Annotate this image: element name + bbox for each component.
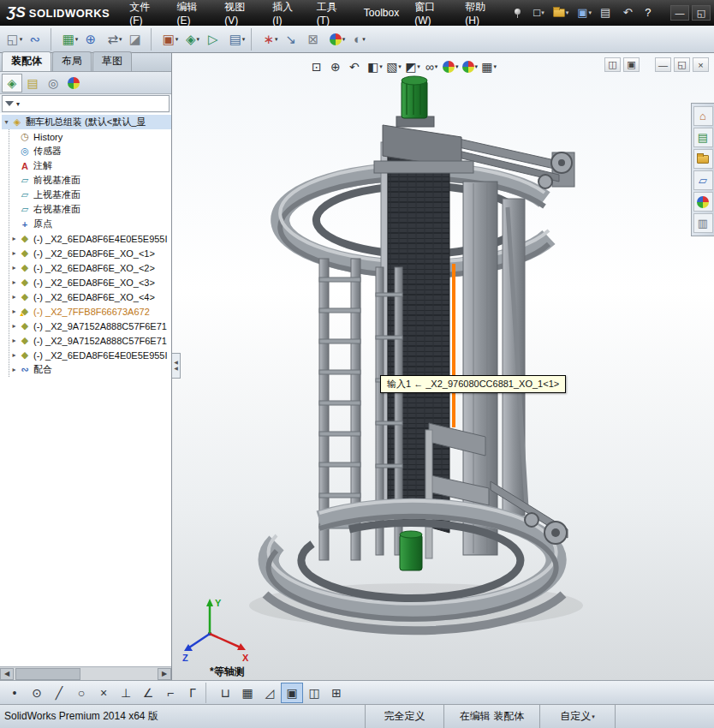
minimize-button[interactable]: —	[670, 5, 689, 21]
panel-collapse-handle[interactable]: ◀◀	[172, 353, 181, 379]
tree-item[interactable]: ▸ 原点	[9, 217, 171, 231]
tree-root-item[interactable]: ▾ 翻车机总组装 (默认<默认_显	[2, 115, 171, 129]
custom-status-dropdown[interactable]: 自定义 ▾	[539, 705, 615, 728]
linear-sketch-pattern-icon[interactable]: ▦	[236, 683, 259, 703]
edit-appearance-icon[interactable]: ▾	[441, 57, 461, 77]
separator[interactable]: ▾	[51, 28, 57, 51]
menu-file[interactable]: 文件(F)	[122, 0, 169, 26]
section-view-icon[interactable]: ◧ ▾	[366, 57, 384, 77]
expander-icon[interactable]: ▸	[9, 337, 19, 344]
tree-item[interactable]: ▸ 上视基准面	[9, 188, 171, 202]
menu-window[interactable]: 窗口(W)	[407, 0, 457, 26]
tab-sketch[interactable]: 草图	[92, 51, 132, 71]
tree-item[interactable]: ▸ (-) _X2_9A7152A888C57F6E71	[9, 319, 171, 333]
expander-icon[interactable]: ▸	[9, 293, 19, 301]
tree-item[interactable]: ▸ (-) _X2_7FFB8F66673A672	[9, 304, 171, 319]
menu-tools[interactable]: 工具(T)	[309, 0, 356, 26]
show-hidden-components-icon[interactable]: ◪ ▾	[126, 28, 148, 51]
tile-window-icon[interactable]: ◫	[604, 57, 621, 72]
restore-window-icon[interactable]: ◱	[674, 57, 690, 72]
select-icon[interactable]: •	[3, 683, 26, 703]
configurationmanager-tab-icon[interactable]: ◎	[43, 74, 63, 92]
displaymanager-tab-icon[interactable]	[63, 74, 84, 92]
apply-scene-icon[interactable]: ▾	[461, 57, 480, 77]
view-orientation-icon[interactable]: ▧ ▾	[384, 57, 403, 77]
menu-insert[interactable]: 插入(I)	[265, 0, 308, 26]
tree-item[interactable]: ▸ (-) _X2_6EDA8F6E_XO_<3>	[9, 275, 171, 289]
edit-appearance-icon[interactable]: ▾	[326, 28, 348, 51]
ellipse-tool-icon[interactable]: ○	[70, 683, 92, 703]
bill-of-materials-icon[interactable]: ▤ ▾	[226, 28, 248, 51]
tree-item[interactable]: ▸ 注解	[9, 158, 171, 173]
appearances-icon[interactable]	[693, 192, 713, 212]
tree-item[interactable]: ▸ (-) _X2_6EDA8F6E4E0E5E955I	[9, 348, 171, 362]
expander-icon[interactable]: ▾	[2, 118, 11, 126]
line-tool-icon[interactable]: ╱	[48, 683, 70, 703]
exploded-view-icon[interactable]: ∗ ▾	[259, 28, 282, 51]
design-library-icon[interactable]: ▤	[693, 128, 713, 147]
tree-item[interactable]: ▸ (-) _X2_6EDA8F6E_XO_<4>	[9, 289, 171, 304]
tree-item[interactable]: ▸ 前视基准面	[9, 173, 171, 188]
smart-dimension-icon[interactable]: ∠	[137, 683, 159, 703]
print-icon[interactable]: ▤ ▾	[597, 5, 618, 21]
model-3d[interactable]	[172, 53, 714, 680]
hide-show-items-icon[interactable]: ∞ ▾	[422, 57, 441, 77]
interference-detection-icon[interactable]: ⊠ ▾	[304, 28, 326, 51]
tree-item[interactable]: ▸ (-) _X2_6EDA8F6E4E0E5E955I	[9, 231, 171, 246]
view-settings-icon[interactable]: ▦ ▾	[479, 57, 498, 77]
tree-item[interactable]: ▸ 传感器	[9, 144, 171, 158]
tree-horizontal-scrollbar[interactable]: ◀ ▶	[0, 666, 171, 680]
zoom-to-area-icon[interactable]: ⊕ ▾	[328, 57, 347, 77]
expander-icon[interactable]: ▸	[9, 249, 19, 257]
scrollbar-thumb[interactable]	[15, 668, 80, 680]
open-icon[interactable]: ▾	[550, 7, 573, 19]
tree-item[interactable]: ▸ History	[9, 129, 171, 144]
tab-assembly[interactable]: 装配体	[2, 51, 51, 71]
file-explorer-icon[interactable]	[693, 149, 713, 169]
menu-toolbox[interactable]: Toolbox	[356, 0, 407, 26]
featuremanager-tab-icon[interactable]: ◈	[2, 74, 22, 92]
cascade-window-icon[interactable]: ▣	[623, 57, 640, 72]
expander-icon[interactable]: ▸	[9, 351, 19, 359]
expander-icon[interactable]: ▸	[9, 322, 19, 330]
tree-item[interactable]: ▸ 右视基准面	[9, 202, 171, 217]
tree-item[interactable]: ▸ 配合	[9, 362, 171, 377]
shaded-sketch-contours-icon[interactable]: ▣	[281, 683, 303, 703]
circle-tool-icon[interactable]: ⊙	[26, 683, 48, 703]
undo-icon[interactable]: ↶ ▾	[620, 5, 640, 21]
assembly-features-icon[interactable]: ▣ ▾	[159, 28, 181, 51]
save-icon[interactable]: ▣ ▾	[574, 5, 595, 21]
solidworks-resources-icon[interactable]: ⌂	[693, 106, 713, 126]
separator[interactable]: ▾	[151, 28, 157, 51]
convert-entities-icon[interactable]: Γ	[181, 683, 204, 703]
reference-geometry-icon[interactable]: ◈ ▾	[181, 28, 204, 51]
move-component-icon[interactable]: ⇄ ▾	[104, 28, 126, 51]
tree-item[interactable]: ▸ (-) _X2_9A7152A888C57F6E71	[9, 333, 171, 348]
sketch-table-icon[interactable]: ⊞	[325, 683, 348, 703]
bottom-motor[interactable]	[400, 531, 422, 570]
menu-help[interactable]: 帮助(H)	[457, 0, 505, 26]
tab-layout[interactable]: 布局	[52, 51, 92, 71]
separator[interactable]: ▾	[251, 28, 257, 51]
smart-fasteners-icon[interactable]: ⊕ ▾	[81, 28, 104, 51]
display-style-icon[interactable]: ◩ ▾	[403, 57, 422, 77]
pin-icon[interactable]	[513, 8, 523, 18]
expander-icon[interactable]: ▸	[9, 235, 19, 242]
rear-column[interactable]	[503, 199, 525, 516]
filter-dropdown-icon[interactable]: ▾	[16, 100, 20, 108]
instant-3d-icon[interactable]: ↘ ▾	[282, 28, 304, 51]
tree-item[interactable]: ▸ (-) _X2_6EDA8F6E_XO_<1>	[9, 246, 171, 260]
insert-components-icon[interactable]: ◱ ▾	[3, 28, 26, 51]
expander-icon[interactable]: ▸	[9, 278, 19, 286]
previous-view-icon[interactable]: ↶ ▾	[347, 57, 366, 77]
new-document-icon[interactable]: □ ▾	[530, 5, 547, 21]
menu-view[interactable]: 视图(V)	[217, 0, 265, 26]
graphics-area[interactable]: ⊡ ▾ ⊕ ▾ ↶ ▾ ◧ ▾	[172, 53, 714, 680]
custom-properties-icon[interactable]: ▥	[693, 213, 713, 233]
straight-slot-icon[interactable]: ⊔	[214, 683, 236, 703]
separator[interactable]	[205, 683, 212, 703]
sketch-chamfer-icon[interactable]: ◿	[259, 683, 281, 703]
corner-rectangle-icon[interactable]: ⌐	[159, 683, 181, 703]
scroll-left-icon[interactable]: ◀	[0, 668, 14, 680]
zoom-to-fit-icon[interactable]: ⊡ ▾	[309, 57, 328, 77]
